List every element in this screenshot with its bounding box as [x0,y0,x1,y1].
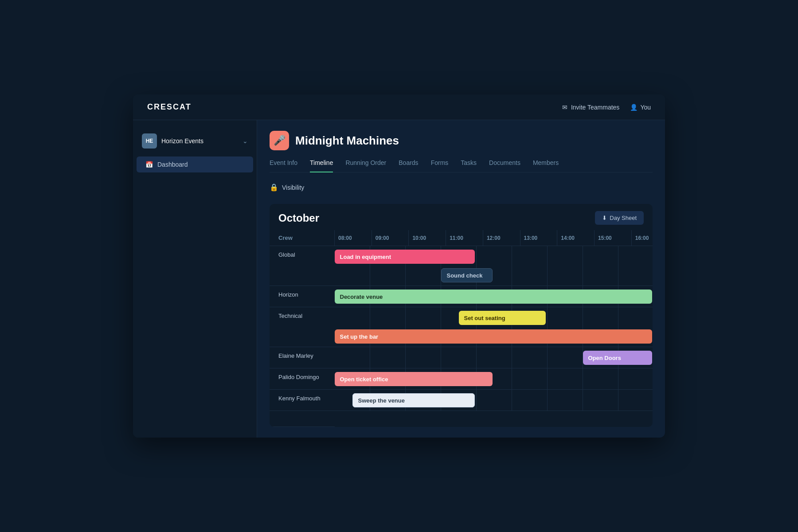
row-label: Horizon [270,286,335,307]
tab-event-info[interactable]: Event Info [270,159,297,172]
tab-documents[interactable]: Documents [489,159,520,172]
gantt-bar[interactable]: Set up the bar [335,329,652,344]
lock-icon: 🔒 [270,183,278,192]
download-icon: ⬇ [602,215,607,221]
row-label: Kenny Falmouth [270,390,335,411]
tab-forms[interactable]: Forms [431,159,449,172]
row-label: Global [270,246,335,286]
logo: CRESCAT [147,102,192,112]
visibility-label: Visibility [282,184,304,191]
day-sheet-button[interactable]: ⬇ Day Sheet [595,211,644,225]
gantt-data-cell: Open ticket office [335,368,653,390]
table-row: Palido DomingoOpen ticket office [270,368,653,390]
timeline-table: Crew 08:00 09:00 10:00 11:00 12:00 13:00… [270,230,653,427]
invite-teammates-button[interactable]: ✉ Invite Teammates [562,104,619,111]
app-window: CRESCAT ✉ Invite Teammates 👤 You HE Hori… [133,94,665,438]
row-label: Elaine Marley [270,347,335,368]
time-09: 09:00 [372,230,409,246]
sidebar-item-dashboard[interactable]: 📅 Dashboard [137,156,253,172]
gantt-data-cell: Set out seatingSet up the bar [335,307,653,347]
table-row: Elaine MarleyOpen Doors [270,347,653,368]
chevron-icon: ⌄ [243,137,248,145]
header-actions: ✉ Invite Teammates 👤 You [562,104,651,111]
sidebar-item-label: Dashboard [157,161,188,168]
month-title: October [278,212,319,224]
table-row: HorizonDecorate venue [270,286,653,307]
org-avatar: HE [142,133,157,149]
gantt-bar[interactable]: Open Doors [583,351,652,365]
gantt-data-cell: Open Doors [335,347,653,368]
timeline-header-row: October ⬇ Day Sheet [270,204,653,230]
gantt-data-cell: Load in equipmentSound check [335,246,653,286]
gantt-bar[interactable]: Load in equipment [335,250,475,264]
tab-timeline[interactable]: Timeline [310,159,333,172]
org-name: Horizon Events [161,137,238,145]
table-row: Kenny FalmouthSweep the venue [270,390,653,411]
time-13: 13:00 [520,230,557,246]
gantt-bar[interactable]: Sweep the venue [352,393,475,407]
time-14: 14:00 [557,230,595,246]
gantt-data-cell: Decorate venue [335,286,653,307]
main-layout: HE Horizon Events ⌄ 📅 Dashboard 🎤 Midnig… [133,120,665,438]
event-header: 🎤 Midnight Machines [270,131,653,150]
user-button[interactable]: 👤 You [630,104,651,111]
gantt-bar[interactable]: Sound check [441,268,493,282]
table-row-empty [270,411,653,427]
tab-tasks[interactable]: Tasks [461,159,477,172]
event-title: Midnight Machines [295,134,399,148]
tab-running-order[interactable]: Running Order [345,159,386,172]
time-16: 16:00 [631,230,653,246]
timeline-section: October ⬇ Day Sheet [270,204,653,427]
gantt-bar[interactable]: Decorate venue [335,289,652,304]
time-08: 08:00 [335,230,372,246]
gantt-bar[interactable]: Set out seating [459,311,546,325]
time-11: 11:00 [446,230,483,246]
gantt-data-cell: Sweep the venue [335,390,653,411]
table-row: GlobalLoad in equipmentSound check [270,246,653,286]
row-label: Technical [270,307,335,347]
tab-members[interactable]: Members [533,159,559,172]
event-icon: 🎤 [270,131,289,150]
table-row: TechnicalSet out seatingSet up the bar [270,307,653,347]
user-icon: 👤 [630,104,638,111]
time-header-row: Crew 08:00 09:00 10:00 11:00 12:00 13:00… [270,230,653,246]
envelope-icon: ✉ [562,104,567,111]
gantt-chart: Crew 08:00 09:00 10:00 11:00 12:00 13:00… [270,230,653,427]
crew-header: Crew [270,230,335,246]
time-15: 15:00 [595,230,632,246]
gantt-bar[interactable]: Open ticket office [335,372,493,386]
row-label: Palido Domingo [270,368,335,390]
nav-tabs: Event Info Timeline Running Order Boards… [270,159,653,172]
calendar-icon: 📅 [145,161,153,168]
time-10: 10:00 [409,230,446,246]
time-12: 12:00 [483,230,520,246]
visibility-bar: 🔒 Visibility [270,180,653,195]
content-area: 🎤 Midnight Machines Event Info Timeline … [257,120,665,438]
top-header: CRESCAT ✉ Invite Teammates 👤 You [133,94,665,120]
sidebar: HE Horizon Events ⌄ 📅 Dashboard [133,120,257,438]
tab-boards[interactable]: Boards [399,159,418,172]
org-selector[interactable]: HE Horizon Events ⌄ [133,129,257,153]
